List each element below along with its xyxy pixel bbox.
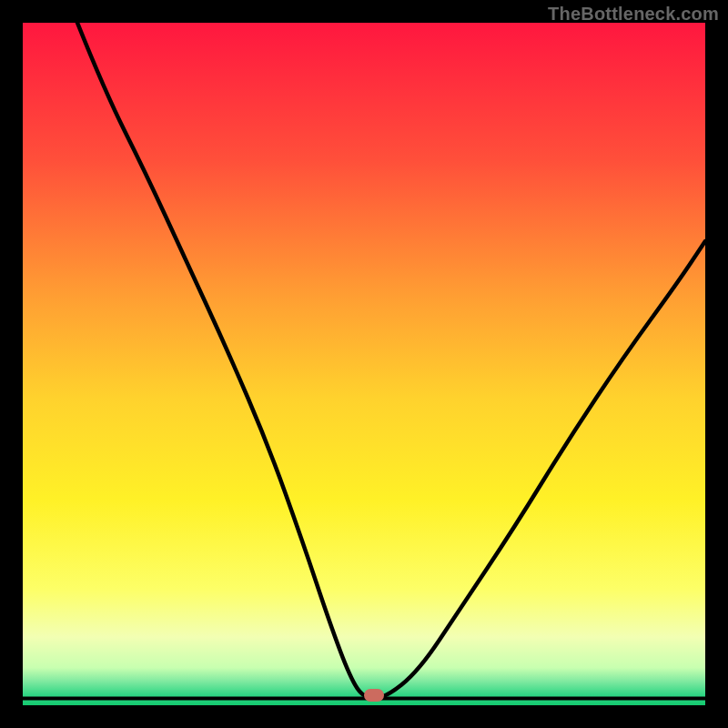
minimum-marker: [364, 689, 384, 702]
chart-frame: TheBottleneck.com: [0, 0, 728, 728]
watermark-text: TheBottleneck.com: [548, 4, 719, 25]
bottleneck-curve: [77, 23, 705, 699]
plot-area: [23, 23, 705, 705]
chart-curve-svg: [23, 23, 705, 705]
